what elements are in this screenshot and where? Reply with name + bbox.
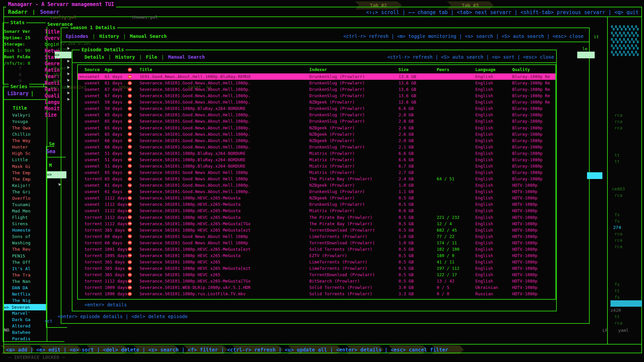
tab-details[interactable]: Details (85, 54, 104, 60)
release-row[interactable]: torrent1112 daysSeverance.S01E01.1080p.H… (78, 278, 555, 284)
column-header-quality: Quality (512, 66, 530, 73)
release-title: Severance S01E01 1080p HEVC x265 MeGusta… (140, 265, 251, 272)
release-row[interactable]: usenet61 daysSeverance.S01E01.Good.News.… (78, 182, 555, 188)
release-indexer: DrunkenSlug (Prowlarr) (309, 118, 365, 124)
tab-history[interactable]: History (115, 54, 135, 60)
release-row[interactable]: usenet67 daysSeverance.S01E01.Good.News.… (78, 93, 555, 99)
season-row-selected[interactable]: =>▲ (47, 171, 66, 178)
tab-episodes[interactable]: Episodes (66, 34, 88, 39)
reject-icon (128, 202, 132, 206)
release-language: English (475, 207, 493, 214)
release-row[interactable]: usenet61 daysSeverance.S01E01.Good.News.… (78, 80, 555, 86)
release-age: 61 days (105, 182, 122, 188)
release-age: 365 days (105, 259, 125, 265)
release-row[interactable]: usenet66 daysSeverance.S01E01.Good.News.… (78, 144, 555, 150)
release-language: English (475, 144, 493, 150)
release-source: torrent (85, 291, 102, 297)
episode-tabs-underline (72, 62, 556, 63)
release-row[interactable]: torrent60 daysSeverance S01E01 Good News… (78, 240, 555, 246)
tab-sonarr[interactable]: Sonarr (40, 9, 59, 15)
release-row[interactable]: usenet51 daysSeverance.S01E01.1080p.BluR… (78, 150, 555, 157)
release-title: Severance.S01E01.Good.News.About.Hell.10… (140, 125, 251, 131)
reject-icon (128, 241, 132, 245)
release-quality: Bluray-1080p (512, 112, 542, 118)
release-row[interactable]: usenet59 daysSeverance.S01E01.Good.News.… (78, 99, 555, 105)
release-row[interactable]: torrent1095 daysSeverance S01E01 1080p H… (78, 252, 555, 259)
column-header-size: Size (398, 66, 409, 73)
tab-file[interactable]: File (146, 54, 157, 60)
release-row[interactable]: usenet1112 daysSeverance.S01E01.1080p.HE… (78, 201, 555, 207)
release-quality: Bluray-1080p (512, 105, 542, 112)
release-quality: Bluray-1080p (512, 125, 542, 131)
release-row[interactable]: torrent1112 daysSeverance.S01E01.1080p.H… (78, 221, 555, 227)
release-row[interactable]: torrent365 daysSeverance S01E01 1080p HE… (78, 265, 555, 272)
logo-block-row: ▚▚▚▚▚▚▚ (611, 25, 639, 31)
release-size: 3.0 GB (398, 284, 414, 291)
release-row[interactable]: torrent1091 daysSeverance.S01E01.1080p.H… (78, 246, 555, 252)
release-indexer: DrunkenSlug (Prowlarr) (309, 144, 365, 150)
reject-icon (128, 190, 132, 194)
release-size: 0.6 GB (398, 207, 414, 214)
release-source: usenet (85, 125, 100, 131)
release-age: 1095 days (105, 252, 127, 259)
release-row[interactable]: torrent1009 daysSeverance.S01E01.WEB-DLR… (78, 284, 555, 291)
release-indexer: DrunkenSlug (Prowlarr) (309, 80, 365, 86)
release-age: 1112 days (105, 207, 127, 214)
release-row[interactable]: torrent365 daysSeverance S01E01 1080p HE… (78, 259, 555, 265)
release-source: torrent (85, 240, 102, 246)
release-age: 65 days (105, 131, 122, 137)
release-size: 0.5 GB (398, 195, 414, 201)
release-indexer: Miatrix (Prowlarr) (309, 169, 355, 176)
tab-manual-search[interactable]: Manual Search (130, 34, 167, 39)
reject-icon (128, 222, 132, 226)
release-quality: HDTV-1080p (512, 240, 537, 246)
release-language: English (475, 201, 493, 207)
release-row[interactable]: torrent365 daysSeverance S01E01 1080p HE… (78, 272, 555, 278)
release-source: usenet (85, 73, 100, 80)
release-row[interactable]: usenet65 daysSeverance.S01E01.Good.News.… (78, 125, 555, 131)
release-row[interactable]: torrent365 daysSeverance S01E01 1080p HE… (78, 227, 555, 233)
tab-history[interactable]: History (99, 34, 119, 39)
release-size: 13.6 GB (398, 86, 416, 93)
scrollbar-thumb[interactable] (587, 172, 602, 179)
release-row[interactable]: usenet61 daysSeverance.S01E01.Good.News.… (78, 188, 555, 195)
release-size: 2.1 GB (398, 144, 414, 150)
release-age: 65 days (105, 169, 122, 176)
release-source: torrent (85, 221, 102, 227)
tab-radarr[interactable]: Radarr (8, 9, 28, 15)
release-row[interactable]: =>usenet61 days1E01.Good.News.About.Hell… (78, 73, 555, 80)
release-row[interactable]: torrent1090 daysSeverance.S01E01.1080p.r… (78, 291, 555, 297)
release-row[interactable]: usenet1112 daysSeverance.S01E01.1080p.HE… (78, 207, 555, 214)
bottom-divider (3, 344, 642, 345)
release-row[interactable]: usenet51 daysSeverance.S01E01.1080p.BluR… (78, 157, 555, 163)
release-quality: HDTV-1080p (512, 246, 537, 252)
release-size: 2.6 GB (398, 125, 414, 131)
release-quality: HDTV-1080p (512, 201, 537, 207)
release-age: 51 days (105, 150, 122, 157)
release-title: Severance S01E01 1080p HEVC x265-MeGusta (140, 252, 240, 259)
release-row[interactable]: usenet50 daysSeverance.S01E01.1080p.BluR… (78, 105, 555, 112)
tab-seasons[interactable]: Sea (46, 148, 55, 155)
release-size: 2.7 GB (398, 169, 414, 176)
release-peers: 12 / 4 (437, 221, 452, 227)
release-row[interactable]: usenet65 daysSeverance.S01E01.Good.News.… (78, 112, 555, 118)
column-header-title: Title (140, 66, 152, 73)
seasons-panel-border (46, 146, 47, 328)
release-row[interactable]: usenet51 daysSeverance.S01E01.1080p.BluR… (78, 163, 555, 169)
release-row[interactable]: torrent60 daysSeverance S01E01 Good News… (78, 233, 555, 240)
release-row[interactable]: usenet67 daysSeverance.S01E01.Good.News.… (78, 86, 555, 93)
release-row[interactable]: usenet65 daysSeverance.S01E01.Good.News.… (78, 118, 555, 124)
release-row[interactable]: torrent65 daysSeverance S01E01 Good News… (78, 176, 555, 182)
release-language: English (475, 227, 493, 233)
release-row[interactable]: torrent1112 daysSeverance S01E01 1080p H… (78, 214, 555, 221)
release-size: 0.5 GB (398, 214, 414, 221)
tab-manual-search[interactable]: Manual Search (168, 54, 205, 60)
release-size: 3.3 GB (398, 291, 414, 297)
release-indexer: Miatrix (Prowlarr) (309, 163, 355, 169)
release-row[interactable]: usenet1112 daysSeverance.S01E01.1080p.HE… (78, 195, 555, 201)
background-text-artifact: rca (614, 244, 622, 249)
release-row[interactable]: usenet66 daysSeverance.S01E01.Good.News.… (78, 137, 555, 144)
release-source: torrent (85, 176, 102, 182)
release-row[interactable]: usenet65 daysSeverance.S01E01.Good.News.… (78, 131, 555, 137)
release-row[interactable]: usenet65 daysSeverance S01E01 Good News … (78, 169, 555, 176)
